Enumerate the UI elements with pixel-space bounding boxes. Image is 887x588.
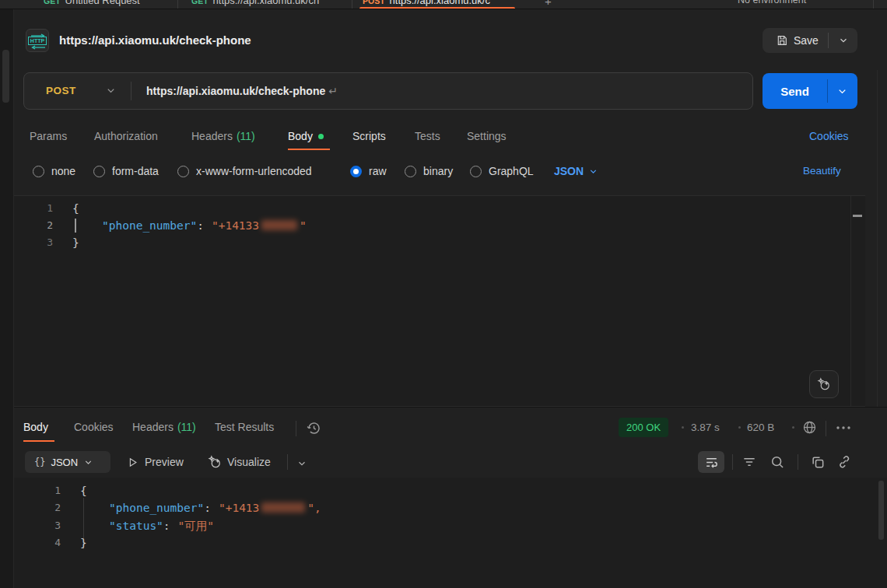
divider bbox=[296, 421, 296, 436]
filter-icon[interactable] bbox=[742, 454, 757, 470]
divider bbox=[826, 421, 826, 436]
new-tab-button[interactable]: + bbox=[545, 0, 552, 8]
beautify-link[interactable]: Beautify bbox=[803, 164, 841, 178]
method-chevron-down-icon[interactable] bbox=[105, 85, 117, 96]
history-clock-icon[interactable] bbox=[306, 420, 322, 436]
radio-label: form-data bbox=[112, 165, 159, 177]
braces-icon: {} bbox=[34, 457, 45, 467]
app-window: GETUntitled Request GEThttps://api.xiaom… bbox=[0, 0, 887, 588]
headers-count-badge: (11) bbox=[237, 130, 255, 142]
json-colon: : bbox=[204, 502, 211, 514]
tab-title: https://api.xiaomu.uk/c bbox=[390, 0, 490, 6]
line-number: 1 bbox=[39, 484, 61, 498]
request-tab-3-active[interactable]: POSThttps://api.xiaomu.uk/c bbox=[363, 0, 490, 6]
radio-circle bbox=[177, 166, 189, 177]
chevron-down-icon bbox=[83, 457, 93, 467]
search-icon[interactable] bbox=[770, 454, 785, 470]
response-tab-test-results[interactable]: Test Results bbox=[215, 418, 274, 436]
request-response-divider[interactable] bbox=[14, 407, 887, 408]
radio-label: x-www-form-urlencoded bbox=[196, 165, 312, 177]
save-button-label: Save bbox=[794, 34, 819, 47]
globe-network-icon[interactable] bbox=[801, 419, 818, 436]
chevron-down-icon[interactable] bbox=[296, 458, 307, 469]
tab-scripts[interactable]: Scripts bbox=[352, 127, 386, 145]
method-selector[interactable]: POST bbox=[46, 73, 76, 109]
preview-play-icon[interactable] bbox=[127, 457, 138, 468]
chevron-down-icon bbox=[838, 35, 849, 46]
json-value: " bbox=[300, 219, 307, 232]
radio-urlencoded[interactable]: x-www-form-urlencoded bbox=[177, 164, 312, 178]
radio-label: raw bbox=[369, 165, 387, 177]
json-key: "phone_number" bbox=[109, 502, 204, 514]
scrollbar-thumb[interactable] bbox=[878, 481, 884, 540]
radio-none[interactable]: none bbox=[33, 164, 75, 178]
response-time[interactable]: 3.87 s bbox=[691, 418, 720, 437]
tab-divider bbox=[177, 0, 178, 9]
dot-separator bbox=[682, 426, 684, 429]
code-line: "phone_number":"+14133" bbox=[102, 219, 307, 233]
dot-separator bbox=[738, 426, 741, 429]
tab-tests[interactable]: Tests bbox=[415, 127, 440, 145]
save-button[interactable]: Save bbox=[763, 34, 828, 47]
json-colon: : bbox=[163, 520, 170, 532]
json-key: "status" bbox=[109, 520, 163, 532]
body-modified-dot bbox=[318, 134, 324, 139]
line-number: 3 bbox=[39, 519, 61, 533]
tab-body[interactable]: Body bbox=[288, 127, 324, 145]
url-value: https://api.xiaomu.uk/check-phone bbox=[146, 85, 325, 97]
wrap-text-button[interactable] bbox=[698, 451, 724, 473]
chevron-down-icon bbox=[588, 166, 598, 177]
response-format-selector[interactable]: {} JSON bbox=[25, 451, 110, 473]
tab-params[interactable]: Params bbox=[30, 127, 67, 145]
response-size[interactable]: 620 B bbox=[747, 418, 774, 437]
postbot-ai-button[interactable] bbox=[809, 370, 839, 398]
tab-headers[interactable]: Headers(11) bbox=[191, 127, 255, 145]
radio-label: none bbox=[51, 165, 75, 177]
code-line: { bbox=[80, 484, 87, 498]
save-dropdown-button[interactable] bbox=[829, 35, 857, 46]
divider bbox=[732, 454, 733, 470]
cookies-link[interactable]: Cookies bbox=[809, 127, 849, 145]
environment-selector[interactable]: No environment bbox=[738, 0, 806, 5]
response-body-viewer[interactable] bbox=[14, 478, 887, 588]
radio-form-data[interactable]: form-data bbox=[93, 164, 159, 178]
visualize-sparkle-icon[interactable] bbox=[207, 454, 223, 470]
tab-divider bbox=[873, 0, 874, 9]
response-tab-body[interactable]: Body bbox=[23, 418, 48, 436]
url-input[interactable]: https://api.xiaomu.uk/check-phone ↵ bbox=[146, 73, 338, 109]
more-options-icon[interactable] bbox=[834, 421, 853, 435]
response-tab-cookies[interactable]: Cookies bbox=[74, 418, 114, 436]
divider bbox=[798, 454, 798, 470]
response-tab-headers[interactable]: Headers(11) bbox=[132, 418, 196, 436]
tab-body-label: Body bbox=[288, 130, 313, 142]
line-number: 3 bbox=[31, 236, 53, 250]
radio-circle bbox=[470, 166, 482, 177]
active-tab-underline bbox=[359, 7, 515, 9]
radio-binary[interactable]: binary bbox=[405, 164, 453, 178]
request-title: https://api.xiaomu.uk/check-phone bbox=[59, 33, 251, 47]
radio-graphql[interactable]: GraphQL bbox=[470, 164, 534, 178]
send-dropdown-button[interactable] bbox=[828, 86, 857, 97]
send-button[interactable]: Send bbox=[763, 85, 827, 98]
json-key: "phone_number" bbox=[102, 219, 197, 232]
request-tab-1[interactable]: GETUntitled Request bbox=[44, 0, 140, 6]
request-tab-2[interactable]: GEThttps://api.xiaomu.uk/ch bbox=[191, 0, 319, 6]
workspace-tab-bar: GETUntitled Request GEThttps://api.xiaom… bbox=[0, 0, 887, 9]
floppy-icon bbox=[776, 34, 788, 47]
preview-button[interactable]: Preview bbox=[145, 451, 184, 473]
radio-raw[interactable]: raw bbox=[350, 164, 387, 178]
minimap bbox=[850, 196, 851, 406]
status-badge[interactable]: 200 OK bbox=[619, 418, 668, 437]
link-icon[interactable] bbox=[836, 454, 852, 470]
language-selector[interactable]: JSON bbox=[554, 164, 598, 178]
tab-divider bbox=[352, 0, 352, 9]
save-button-group: Save bbox=[763, 28, 857, 53]
line-number: 1 bbox=[31, 201, 53, 215]
sidebar-scrollbar-thumb[interactable] bbox=[2, 50, 9, 103]
copy-icon[interactable] bbox=[810, 454, 826, 470]
visualize-button[interactable]: Visualize bbox=[227, 451, 271, 473]
tab-settings[interactable]: Settings bbox=[467, 127, 507, 145]
code-line: "status":"可用" bbox=[109, 519, 214, 533]
language-label: JSON bbox=[554, 165, 584, 177]
tab-authorization[interactable]: Authorization bbox=[94, 127, 158, 145]
